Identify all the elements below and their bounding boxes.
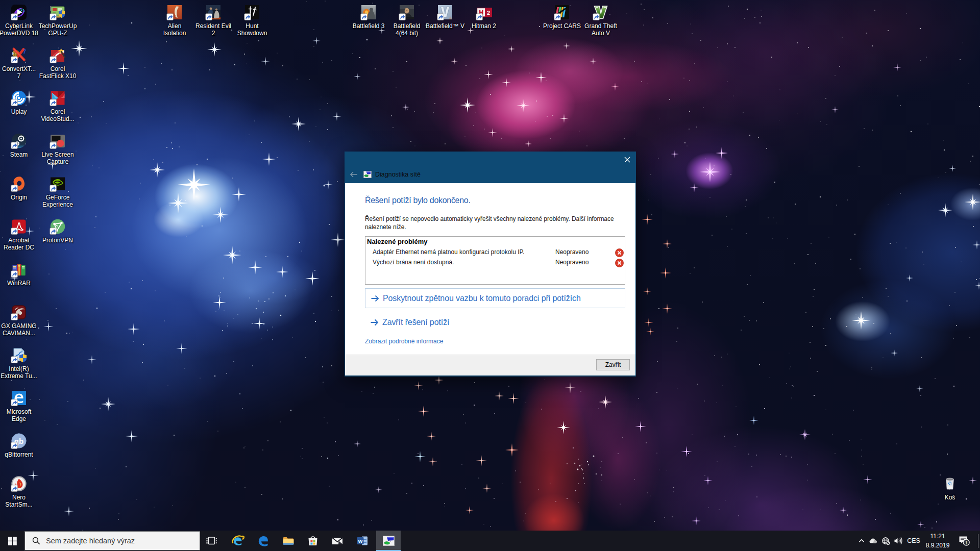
svg-text:1: 1: [965, 540, 968, 545]
svg-text:7: 7: [23, 48, 26, 55]
svg-text:2: 2: [487, 10, 490, 16]
svg-text:W: W: [358, 538, 363, 544]
